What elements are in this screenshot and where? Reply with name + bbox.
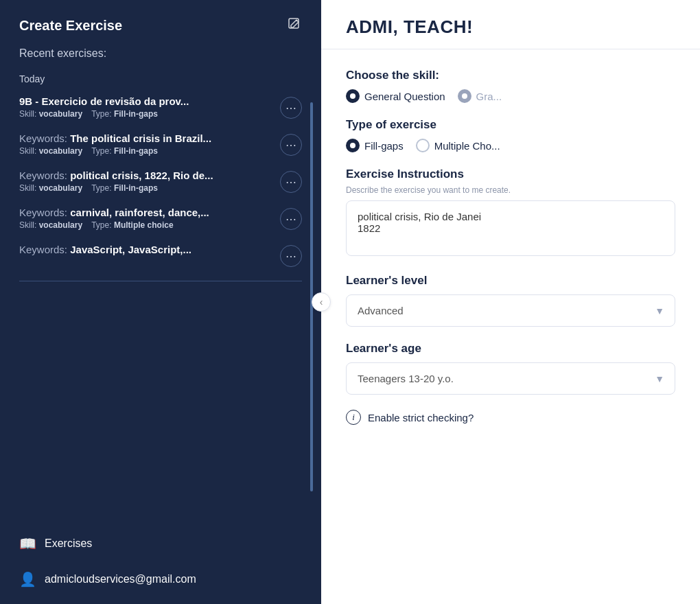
sidebar-item-exercises[interactable]: 📖 Exercises (0, 526, 321, 561)
exercise-title: Keywords: JavaScript, JavaScript,... (19, 244, 273, 255)
exercise-title: 9B - Exercicio de revisão da prov... (19, 95, 273, 107)
list-item[interactable]: 9B - Exercicio de revisão da prov... Ski… (0, 89, 321, 126)
more-button[interactable]: ⋯ (280, 208, 302, 230)
exercise-title: Keywords: The political crisis in Brazil… (19, 132, 273, 144)
level-title: Learner's level (346, 274, 675, 288)
level-section: Learner's level Beginner Elementary Inte… (346, 274, 675, 327)
type-multiple-label: Multiple Cho... (434, 140, 500, 152)
exercise-title: Keywords: carnival, rainforest, dance,..… (19, 207, 273, 218)
level-select[interactable]: Beginner Elementary Intermediate Upper-I… (346, 294, 675, 327)
age-title: Learner's age (346, 342, 675, 356)
edit-icon[interactable] (287, 16, 302, 35)
strict-check-row[interactable]: i Enable strict checking? (346, 410, 675, 425)
instructions-title: Exercise Instructions (346, 167, 675, 181)
recent-list: Today 9B - Exercicio de revisão da prov.… (0, 68, 321, 526)
radio-multiple-indicator (416, 139, 430, 152)
strict-check-label: Enable strict checking? (368, 412, 474, 423)
type-option-fillgaps[interactable]: Fill-gaps (346, 139, 404, 152)
sidebar-title: Create Exercise (19, 18, 122, 34)
skill-option-grammar[interactable]: Gra... (458, 89, 502, 103)
type-fillgaps-label: Fill-gaps (364, 140, 404, 152)
list-item[interactable]: Keywords: JavaScript, JavaScript,... ⋯ (0, 237, 321, 274)
age-select[interactable]: Kids 6-12 y.o. Teenagers 13-20 y.o. Adul… (346, 362, 675, 395)
exercise-meta: Skill: vocabulary Type: Fill-in-gaps (19, 146, 273, 156)
age-field-wrapper: Kids 6-12 y.o. Teenagers 13-20 y.o. Adul… (346, 362, 675, 395)
skill-radio-group: General Question Gra... (346, 89, 675, 103)
main-content-area: ADMI, TEACH! Choose the skill: General Q… (321, 0, 700, 604)
info-icon: i (346, 410, 361, 425)
type-radio-group: Fill-gaps Multiple Cho... (346, 139, 675, 152)
page-title: ADMI, TEACH! (346, 16, 675, 38)
account-email: admicloudservices@gmail.com (45, 573, 196, 585)
instructions-section: Exercise Instructions Describe the exerc… (346, 167, 675, 259)
user-icon: 👤 (19, 571, 36, 588)
form-content: Choose the skill: General Question Gra..… (321, 49, 700, 444)
sidebar: Create Exercise Recent exercises: Today … (0, 0, 321, 604)
skill-option-general[interactable]: General Question (346, 89, 445, 103)
instructions-subtitle: Describe the exercise you want to me cre… (346, 185, 675, 195)
more-button[interactable]: ⋯ (280, 134, 302, 156)
exercise-meta: Skill: vocabulary Type: Multiple choice (19, 220, 273, 230)
list-item[interactable]: Keywords: The political crisis in Brazil… (0, 126, 321, 163)
radio-fillgaps-indicator (346, 139, 360, 152)
level-field-wrapper: Beginner Elementary Intermediate Upper-I… (346, 294, 675, 327)
radio-grammar-indicator (458, 89, 471, 103)
skill-section-title: Choose the skill: (346, 69, 675, 82)
sidebar-header: Create Exercise (0, 0, 321, 47)
age-section: Learner's age Kids 6-12 y.o. Teenagers 1… (346, 342, 675, 395)
exercises-label: Exercises (45, 537, 92, 550)
skill-grammar-label: Gra... (476, 91, 502, 102)
more-button[interactable]: ⋯ (280, 245, 302, 267)
divider (19, 281, 302, 281)
sidebar-item-account[interactable]: 👤 admicloudservices@gmail.com (0, 561, 321, 597)
exercise-meta: Skill: vocabulary Type: Fill-in-gaps (19, 109, 273, 119)
exercise-meta: Skill: vocabulary Type: Fill-in-gaps (19, 183, 273, 193)
type-section-title: Type of exercise (346, 118, 675, 132)
skill-general-label: General Question (364, 91, 445, 102)
recent-label: Recent exercises: (0, 47, 321, 68)
more-button[interactable]: ⋯ (280, 171, 302, 193)
skill-section: Choose the skill: General Question Gra..… (346, 69, 675, 103)
more-button[interactable]: ⋯ (280, 97, 302, 119)
list-item[interactable]: Keywords: carnival, rainforest, dance,..… (0, 200, 321, 237)
exercise-title: Keywords: political crisis, 1822, Rio de… (19, 170, 273, 181)
date-label: Today (0, 68, 321, 89)
sidebar-footer: 📖 Exercises 👤 admicloudservices@gmail.co… (0, 526, 321, 604)
radio-general-indicator (346, 89, 360, 103)
instructions-textarea[interactable]: political crisis, Rio de Janei 1822 (346, 200, 675, 256)
book-icon: 📖 (19, 535, 36, 552)
type-section: Type of exercise Fill-gaps Multiple Cho.… (346, 118, 675, 152)
list-item[interactable]: Keywords: political crisis, 1822, Rio de… (0, 163, 321, 200)
collapse-toggle[interactable]: ‹ (312, 292, 331, 312)
main-header: ADMI, TEACH! (321, 0, 700, 49)
type-option-multiple[interactable]: Multiple Cho... (416, 139, 500, 152)
